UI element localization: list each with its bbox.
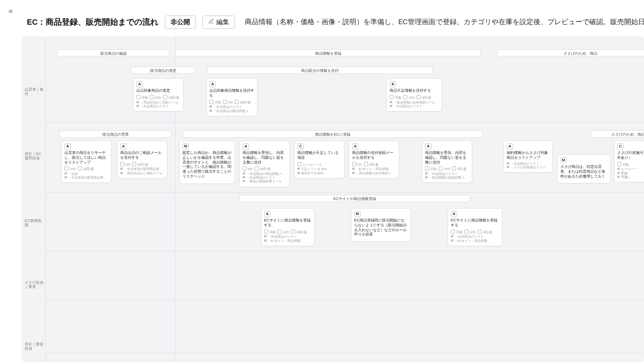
card-title: 商品出品のご相談メールを送付する [120, 151, 164, 160]
card-title: ささげ商品は、特定出店者、または特定商品など条件があるため整理しておく [560, 165, 608, 179]
card-title: 商品情報を受領し、内容を確認し、問題ない旨を主務に送付 [243, 151, 287, 165]
subphase-header[interactable]: 商品情報をECに登録 [182, 130, 483, 138]
card-meta: 5分4回/週 [352, 162, 396, 167]
task-card[interactable]: A出品対象商品の道定手動60分20回/週⇄ ・商品出品のご相談メール⇄ ・出品商… [133, 78, 184, 112]
card-type-badge: A [243, 143, 249, 150]
swimlane-label: ささげ担当／業者 [25, 280, 44, 289]
card-meta: 手動10分4回/週 [425, 166, 469, 171]
card-title: 出品対象商品情報を送付する [209, 88, 254, 98]
card-meta: 手動10分20回/週 [264, 230, 311, 234]
task-card[interactable]: A契約情報からささげ対象商品をリストアップ⇄ ・出品商品のリスト⇄ ・ささげ対象… [503, 141, 553, 173]
card-io: ⇄ ・商品情報の送付依頼メール⇄ ・出品商品のリスト [390, 101, 439, 108]
swimlane-label: 出店者｜責任 [25, 87, 44, 95]
card-title: 商品情報を受領、内容を確認し、問題ない旨を主務に送付 [425, 151, 469, 165]
task-card[interactable]: M想定した商品か、商品情報が正しいかを確認する作業。出店者のサイトと、商品情報が… [179, 141, 235, 184]
task-card[interactable]: Mささげ商品は、特定出店者、または特定商品など条件があるため整理しておく [557, 154, 611, 183]
card-io: ⇄ ・商品出品のご相談メール⇄ ・出品商品のリスト [136, 101, 180, 108]
card-title: 契約情報からささげ対象商品をリストアップ [507, 151, 550, 160]
card-type-badge: A [136, 81, 143, 87]
task-card[interactable]: A出品対象商品情報を送付する手動5分20回/週⇄ ・出品商品のリスト⇄ ・出品商… [206, 78, 258, 116]
swimlane-label: EC管理画面 [25, 219, 44, 227]
page-title: EC：商品登録、販売開始までの流れ [27, 17, 158, 27]
card-type-badge: C [297, 143, 304, 150]
phase-header[interactable]: 販売商品の確認 [57, 49, 170, 57]
phase-header[interactable]: 商品情報を登録 [175, 49, 481, 57]
subphase-header[interactable]: ECサイトの商品情報登録 [239, 195, 470, 202]
collapse-sidebar-icon[interactable]: « [5, 5, 16, 16]
card-meta: 手動 [617, 162, 644, 167]
card-type-badge: A [451, 211, 457, 217]
lane-line [45, 353, 644, 353]
card-io: ⇄ ・起点⇄ ・出店者別の販売商品希望リスト [64, 172, 108, 180]
lane-line [45, 299, 644, 300]
task-card[interactable]: A商品情報の送付依頼メールを送付する5分4回/週⇄ ・ECサイト：商品情報⇄ ・… [349, 141, 399, 179]
card-io: ⇄ ルールベー⇄ 実施：⇄ 実施し [617, 167, 644, 179]
card-type-badge: M [560, 157, 567, 164]
card-title: ECサイトに商品情報を登録する [264, 218, 311, 228]
card-title: 想定した商品か、商品情報が正しいかを確認する作業。出店者のサイトと、商品情報が一… [182, 151, 232, 179]
card-meta: 手動10分4回/週 [390, 95, 439, 100]
task-card[interactable]: A商品不足情報を送付する手動10分4回/週⇄ ・商品情報の送付依頼メール⇄ ・出… [386, 78, 442, 112]
page-description: 商品情報（名称・価格・画像・説明）を準備し、EC管理画面で登録。カテゴリや在庫を… [245, 18, 644, 27]
card-title: ささげの実施可否（例外あり） [617, 151, 644, 160]
swimlane-label: 自社｜EC運営担当 [25, 152, 44, 160]
card-type-badge: M [182, 143, 189, 150]
pencil-icon [208, 18, 214, 26]
card-meta: 手動5分20回/週 [209, 100, 254, 105]
card-title: 出品対象商品の道定 [136, 88, 180, 93]
card-io: ⇄ ・出品商品のリスト⇄ ・ECサイト：商品情報 [451, 235, 499, 242]
task-card[interactable]: Cささげの実施可否（例外あり）手動⇄ ルールベー⇄ 実施：⇄ 実施し [614, 141, 644, 182]
flow-canvas[interactable]: 出店者｜責任自社｜EC運営担当EC管理画面ささげ担当／業者自社｜製促担当販売商品… [21, 36, 644, 362]
card-io: ⇄ ・出品商品のリスト⇄ ・ECサイト：商品情報 [264, 235, 311, 242]
task-card[interactable]: A商品情報を受領、内容を確認し、問題ない旨を主務に送付手動10分4回/週⇄ ・出… [422, 141, 472, 183]
card-io: ⇄ ・出品商品のリスト⇄ ・ささげ対象商品リスト [507, 162, 550, 169]
card-type-badge: C [617, 143, 624, 150]
card-io: ⇄ ・出品商品のリスト⇄ ・出品商品の商品情報メール [209, 105, 254, 113]
card-type-badge: A [264, 211, 270, 217]
card-meta: 5分20回/週 [120, 162, 164, 167]
card-title: EC商品登録時に販売開始にならないようにする（販売開始日を入れないなど）などのル… [354, 218, 408, 237]
card-title: 出店者の商品をリサーチし、販売してほしい商品をリストアップ [64, 151, 108, 165]
card-title: 商品不足情報を送付する [390, 88, 439, 93]
card-type-badge: A [507, 143, 513, 150]
card-title: 商品情報の送付依頼メールを送付する [352, 151, 396, 160]
card-type-badge: A [209, 81, 216, 87]
card-meta: 手動60分20回/週 [136, 95, 180, 100]
card-type-badge: A [352, 143, 358, 150]
card-meta: 手動10分4回/週 [451, 230, 499, 234]
header: EC：商品登録、販売開始までの流れ 非公開 編集 商品情報（名称・価格・画像・説… [27, 15, 644, 29]
card-type-badge: M [354, 211, 361, 217]
edit-button[interactable]: 編集 [202, 16, 235, 29]
vertical-line [45, 36, 46, 362]
subphase-header[interactable]: ささげのため、商品 [590, 130, 644, 138]
lane-line [45, 251, 644, 252]
card-io: ⇄ ・出品商品の商品情報メール⇄ ・出品商品のリスト⇄ ・商品の確認結果メール [243, 172, 287, 183]
task-card[interactable]: A商品情報を受領し、内容を確認し、問題ない旨を主務に送付5分20回/週⇄ ・出品… [239, 141, 290, 187]
card-type-badge: A [390, 81, 396, 87]
subphase-header[interactable]: 販売商品の営業 [59, 130, 172, 138]
lane-line [45, 122, 644, 123]
swimlane-label: 自社｜製促担当 [25, 342, 44, 350]
task-card[interactable]: MEC商品登録時に販売開始にならないようにする（販売開始日を入れないなど）などの… [351, 208, 411, 242]
card-title: 商品情報が不足している場合 [297, 151, 341, 160]
subphase-header[interactable]: 販売商品の道定 [131, 67, 195, 74]
card-type-badge: A [64, 143, 71, 150]
task-card[interactable]: C商品情報が不足している場合ルールベース⇄ 不定している 20%⇄ 規則が十分 … [294, 141, 345, 179]
lane-line [45, 192, 644, 193]
card-meta: 10分20回/週 [64, 166, 108, 171]
card-io: ⇄ 不定している 20%⇄ 規則が十分 80% [297, 167, 341, 175]
phase-header[interactable]: ささげのため、商品 [497, 49, 644, 57]
card-io: ⇄ ・出品商品のリスト⇄ ・商品情報の確認結果メール [425, 172, 469, 180]
card-type-badge: A [425, 143, 431, 150]
task-card[interactable]: A出店者の商品をリサーチし、販売してほしい商品をリストアップ10分20回/週⇄ … [61, 141, 112, 183]
card-meta: 5分20回/週 [243, 166, 287, 171]
card-io: ⇄ ・出店者別の販売商品希望リスト⇄ ・商品出品のご相談メール [120, 167, 164, 175]
card-io: ⇄ ・ECサイト：商品情報⇄ ・商品情報の送付依頼メール [352, 167, 396, 175]
task-card[interactable]: AECサイトに商品情報を登録する手動10分4回/週⇄ ・出品商品のリスト⇄ ・E… [448, 208, 502, 246]
card-title: ECサイトに商品情報を登録する [451, 218, 499, 228]
card-meta: ルールベース [297, 162, 341, 167]
card-type-badge: A [120, 143, 127, 150]
task-card[interactable]: A商品出品のご相談メールを送付する5分20回/週⇄ ・出店者別の販売商品希望リス… [117, 141, 167, 179]
task-card[interactable]: AECサイトに商品情報を登録する手動10分20回/週⇄ ・出品商品のリスト⇄ ・… [261, 208, 314, 246]
subphase-header[interactable]: 商品販売の情報を送付 [207, 67, 433, 74]
